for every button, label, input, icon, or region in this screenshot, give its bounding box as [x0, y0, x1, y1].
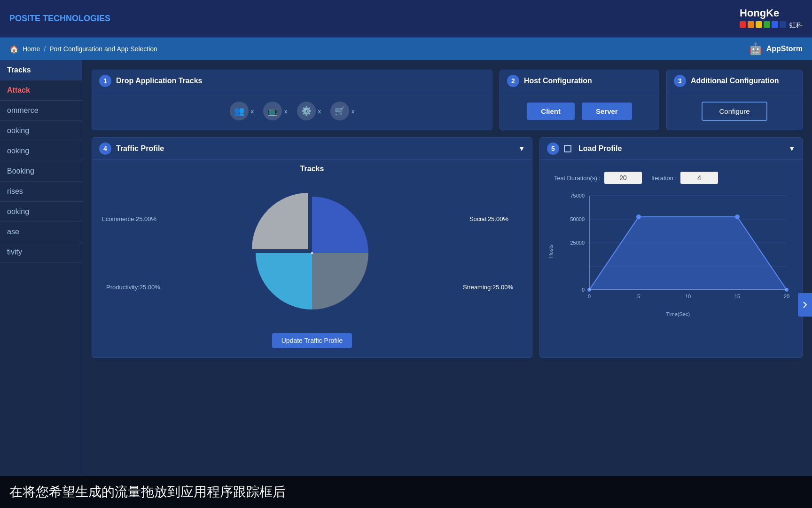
svg-text:20: 20: [784, 294, 789, 299]
load-inputs: Test Duration(s) : Iteration :: [547, 167, 795, 189]
svg-point-0: [311, 252, 313, 254]
track-icon-shopping: 🛒 x: [330, 102, 355, 120]
appstorm-icon: 🤖: [749, 42, 763, 56]
traffic-profile-panel: 4 Traffic Profile ▼ Tracks: [92, 137, 532, 358]
load-profile-header: 5 Load Profile ▼: [540, 138, 802, 160]
load-chart: 75000 50000 25000 0 0 5 10 15 20: [566, 191, 796, 309]
sidebar-item-booking2[interactable]: ooking: [0, 141, 82, 161]
sidebar: Tracks Attack ommerce ooking ooking Book…: [0, 60, 82, 508]
load-profile-body: Test Duration(s) : Iteration : Hosts: [540, 160, 802, 326]
track-icon-live: 📺 x: [263, 102, 288, 120]
sidebar-item-booking1[interactable]: ooking: [0, 121, 82, 141]
track-icon-settings: ⚙️ x: [297, 102, 321, 120]
subtitle-bar: 在将您希望生成的流量拖放到应用程序跟踪框后: [0, 476, 812, 508]
dot-red: [740, 21, 746, 28]
hongke-logo: HongKe 虹科: [740, 7, 803, 30]
svg-text:0: 0: [582, 287, 585, 293]
logo-text: POSITE TECHNOLOGIES: [9, 14, 110, 23]
additional-config-number: 3: [674, 75, 686, 87]
svg-text:5: 5: [637, 294, 640, 299]
live-icon: 📺: [263, 102, 282, 120]
dot-orange: [748, 21, 754, 28]
breadcrumb-home[interactable]: Home: [23, 45, 40, 53]
home-icon[interactable]: 🏠: [9, 45, 19, 54]
nav-bar: 🏠 Home / Port Configuration and App Sele…: [0, 38, 812, 60]
sidebar-item-enterprises[interactable]: rises: [0, 182, 82, 202]
server-button[interactable]: Server: [582, 103, 632, 120]
hongke-name: HongKe: [740, 7, 803, 19]
top-header: POSITE TECHNOLOGIES HongKe 虹科: [0, 0, 812, 38]
test-duration-input[interactable]: [604, 172, 642, 184]
remove-live[interactable]: x: [284, 108, 288, 115]
traffic-chart-title: Tracks: [97, 165, 527, 173]
load-profile-number: 5: [547, 143, 559, 155]
pie-label-streaming: Streaming:25.00%: [463, 284, 513, 291]
load-profile-checkbox[interactable]: [564, 145, 571, 152]
sidebar-item-attack[interactable]: Attack: [0, 80, 82, 101]
remove-settings[interactable]: x: [318, 108, 321, 115]
additional-config-body: Configure: [667, 92, 802, 130]
sidebar-item-activity[interactable]: tivity: [0, 242, 82, 262]
traffic-profile-number: 4: [99, 143, 111, 155]
load-dropdown-arrow[interactable]: ▼: [789, 145, 795, 152]
pie-chart-container: Social:25.00% Streaming:25.00% Productiv…: [97, 178, 527, 328]
load-profile-title: Load Profile: [578, 144, 784, 153]
breadcrumb: 🏠 Home / Port Configuration and App Sele…: [9, 45, 157, 54]
dot-darkblue: [780, 21, 786, 28]
main-layout: Tracks Attack ommerce ooking ooking Book…: [0, 60, 812, 508]
appstorm-label: AppStorm: [766, 45, 803, 53]
additional-config-header: 3 Additional Configuration: [667, 70, 802, 92]
sidebar-item-tracks[interactable]: Tracks: [0, 60, 82, 80]
settings-icon: ⚙️: [297, 102, 316, 120]
scroll-handle[interactable]: [798, 293, 812, 317]
breadcrumb-separator: /: [44, 45, 46, 53]
svg-text:10: 10: [685, 294, 691, 299]
drop-tracks-number: 1: [99, 75, 111, 87]
svg-text:0: 0: [588, 294, 591, 299]
host-config-title: Host Configuration: [524, 77, 652, 85]
hongke-chinese: 虹科: [789, 21, 803, 30]
update-traffic-button[interactable]: Update Traffic Profile: [272, 333, 352, 348]
configure-button[interactable]: Configure: [702, 102, 767, 121]
remove-social[interactable]: x: [251, 108, 254, 115]
additional-config-panel: 3 Additional Configuration Configure: [666, 70, 803, 130]
dot-blue: [772, 21, 778, 28]
sidebar-item-booking4[interactable]: ooking: [0, 202, 82, 222]
pie-label-social: Social:25.00%: [469, 215, 508, 222]
x-axis-label: Time(Sec): [566, 311, 790, 317]
content-area: 1 Drop Application Tracks 👥 x 📺 x ⚙️ x: [82, 60, 812, 508]
traffic-profile-body: Tracks: [92, 160, 532, 357]
host-config-body: Client Server: [500, 92, 659, 130]
remove-shopping[interactable]: x: [351, 108, 355, 115]
client-button[interactable]: Client: [527, 103, 575, 120]
svg-point-16: [636, 214, 641, 219]
traffic-dropdown-arrow[interactable]: ▼: [518, 145, 525, 152]
track-icon-social: 👥 x: [230, 102, 254, 120]
load-profile-panel: 5 Load Profile ▼ Test Duration(s) : Iter…: [539, 137, 803, 358]
scroll-arrow-icon: [802, 300, 808, 310]
panel-row-2: 4 Traffic Profile ▼ Tracks: [92, 137, 803, 358]
logo-left: POSITE TECHNOLOGIES: [9, 14, 110, 24]
panel-row-1: 1 Drop Application Tracks 👥 x 📺 x ⚙️ x: [92, 70, 803, 130]
svg-marker-15: [589, 217, 787, 290]
pie-label-ecommerce: Ecommerce:25.00%: [102, 215, 156, 222]
shopping-icon: 🛒: [330, 102, 349, 120]
iteration-input[interactable]: [680, 172, 718, 184]
svg-text:15: 15: [734, 294, 740, 299]
drop-tracks-body[interactable]: 👥 x 📺 x ⚙️ x 🛒 x: [92, 92, 492, 130]
social-icon: 👥: [230, 102, 249, 120]
pie-chart: [246, 187, 378, 319]
sidebar-item-database[interactable]: ase: [0, 222, 82, 242]
svg-text:25000: 25000: [570, 240, 585, 246]
traffic-profile-title: Traffic Profile: [116, 144, 514, 153]
y-axis-label: Hosts: [548, 245, 554, 258]
drop-tracks-title: Drop Application Tracks: [116, 77, 485, 85]
svg-point-17: [735, 214, 740, 219]
sidebar-item-booking3[interactable]: Booking: [0, 161, 82, 182]
sidebar-item-ecommerce[interactable]: ommerce: [0, 101, 82, 121]
drop-tracks-panel: 1 Drop Application Tracks 👥 x 📺 x ⚙️ x: [92, 70, 492, 130]
breadcrumb-current: Port Configuration and App Selection: [49, 45, 157, 53]
dot-green: [764, 21, 770, 28]
iteration-label: Iteration :: [651, 175, 677, 182]
host-config-number: 2: [507, 75, 519, 87]
